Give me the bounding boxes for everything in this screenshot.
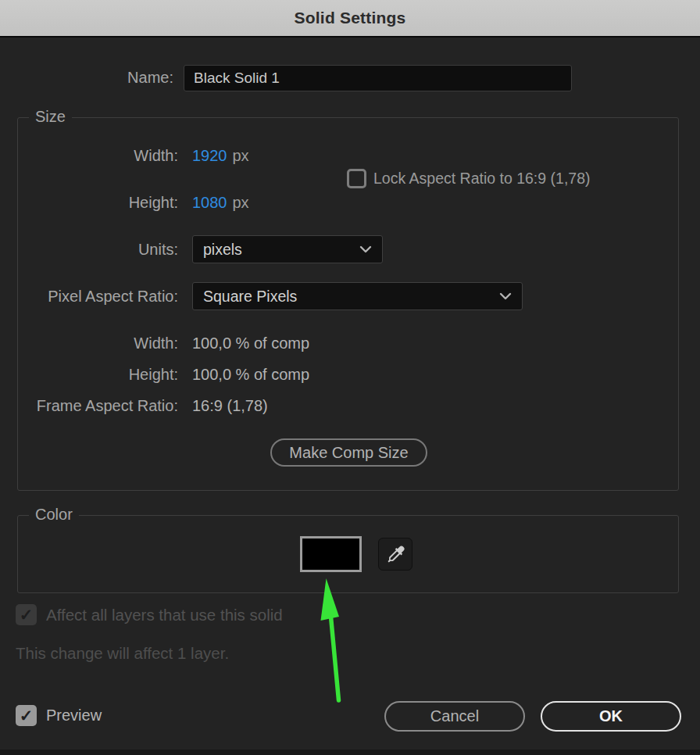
par-dropdown-value: Square Pixels (203, 288, 499, 306)
lock-aspect-row: Lock Aspect Ratio to 16:9 (1,78) (18, 167, 678, 189)
height-pct-row: Height: 100,0 % of comp (18, 364, 678, 385)
preview-label: Preview (46, 707, 102, 725)
frame-aspect-row: Frame Aspect Ratio: 16:9 (1,78) (18, 395, 678, 416)
width-label: Width: (18, 147, 178, 165)
ok-button[interactable]: OK (541, 701, 681, 732)
color-group-legend: Color (29, 506, 79, 524)
name-input[interactable] (184, 65, 572, 91)
dialog-title: Solid Settings (295, 9, 406, 27)
frame-aspect-value: 16:9 (1,78) (192, 397, 268, 415)
make-comp-size-button[interactable]: Make Comp Size (270, 438, 427, 467)
chevron-down-icon (499, 292, 512, 300)
eyedropper-button[interactable] (378, 538, 412, 571)
affect-all-checkbox: ✓ (16, 604, 37, 625)
height-unit: px (233, 194, 249, 212)
height-value[interactable]: 1080 (192, 194, 227, 212)
dialog-bottom-edge (0, 750, 700, 755)
affect-all-label: Affect all layers that use this solid (46, 606, 283, 624)
height-pct-label: Height: (18, 366, 178, 384)
affect-note: This change will affect 1 layer. (16, 644, 229, 663)
units-dropdown-value: pixels (203, 241, 359, 259)
lock-aspect-checkbox[interactable] (347, 169, 366, 188)
dialog-titlebar: Solid Settings (0, 0, 700, 38)
color-group: Color (17, 515, 679, 593)
width-pct-row: Width: 100,0 % of comp (18, 333, 678, 353)
width-row: Width: 1920 px (18, 145, 678, 166)
affect-all-row: ✓ Affect all layers that use this solid (16, 604, 283, 625)
width-pct-label: Width: (18, 335, 178, 352)
par-label: Pixel Aspect Ratio: (18, 288, 178, 306)
lock-aspect-label: Lock Aspect Ratio to 16:9 (1,78) (373, 170, 591, 188)
frame-aspect-label: Frame Aspect Ratio: (18, 397, 178, 415)
width-value[interactable]: 1920 (192, 147, 227, 165)
color-swatch[interactable] (300, 536, 362, 572)
checkmark-icon: ✓ (20, 606, 34, 624)
width-pct-value: 100,0 % of comp (192, 335, 309, 352)
name-label: Name: (0, 69, 173, 87)
height-pct-value: 100,0 % of comp (192, 366, 309, 384)
solid-settings-dialog: Solid Settings Name: Size Width: 1920 px… (0, 0, 700, 755)
checkmark-icon: ✓ (20, 707, 34, 725)
preview-checkbox[interactable]: ✓ (16, 705, 37, 726)
chevron-down-icon (359, 245, 372, 253)
size-group-legend: Size (29, 108, 72, 126)
size-group: Size Width: 1920 px Lock Aspect Ratio to… (17, 117, 679, 491)
units-label: Units: (18, 241, 178, 259)
height-row: Height: 1080 px (18, 192, 678, 213)
height-label: Height: (18, 194, 178, 212)
preview-row: ✓ Preview (16, 705, 102, 726)
eyedropper-icon (385, 544, 406, 565)
cancel-button[interactable]: Cancel (384, 701, 525, 732)
pixel-aspect-ratio-dropdown[interactable]: Square Pixels (192, 282, 523, 310)
width-unit: px (233, 147, 249, 165)
arrow-tail (331, 617, 339, 700)
units-dropdown[interactable]: pixels (192, 235, 383, 263)
